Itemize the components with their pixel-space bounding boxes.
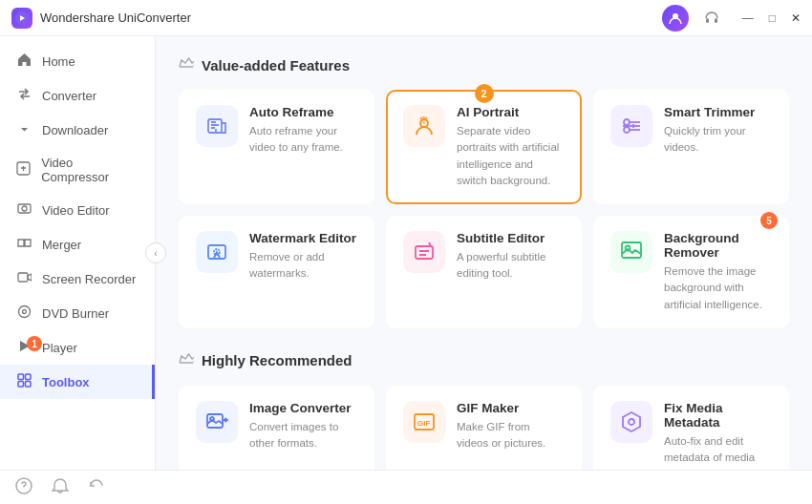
sidebar-item-converter[interactable]: Converter bbox=[0, 78, 155, 113]
editor-icon bbox=[15, 201, 32, 219]
svg-point-7 bbox=[22, 206, 27, 211]
compressor-icon bbox=[15, 161, 32, 178]
svg-rect-15 bbox=[25, 382, 31, 388]
auto-reframe-icon-wrap bbox=[196, 105, 238, 147]
svg-rect-8 bbox=[18, 273, 28, 282]
smart-trimmer-icon-wrap bbox=[610, 105, 652, 147]
svg-rect-27 bbox=[622, 242, 641, 258]
title-bar: Wondershare UniConverter — □ ✕ bbox=[0, 0, 812, 36]
svg-rect-12 bbox=[18, 374, 24, 380]
home-icon bbox=[15, 52, 32, 70]
svg-point-20 bbox=[624, 127, 630, 133]
svg-text:GIF: GIF bbox=[417, 419, 430, 428]
sidebar-collapse-button[interactable]: ‹ bbox=[145, 242, 166, 263]
background-remover-icon-wrap bbox=[610, 231, 652, 273]
notification-icon[interactable] bbox=[52, 477, 69, 498]
svg-point-21 bbox=[624, 119, 630, 125]
app-logo bbox=[11, 8, 32, 29]
svg-rect-4 bbox=[715, 18, 717, 23]
sidebar-item-player[interactable]: Player 1 bbox=[0, 330, 155, 365]
value-added-cards: Auto Reframe Auto reframe your video to … bbox=[179, 90, 789, 328]
title-bar-controls: — □ ✕ bbox=[662, 5, 801, 32]
image-converter-icon-wrap bbox=[196, 401, 238, 443]
crown-icon bbox=[179, 55, 194, 74]
card-image-converter[interactable]: Image Converter Convert images to other … bbox=[179, 386, 374, 470]
maximize-button[interactable]: □ bbox=[769, 12, 776, 24]
fix-media-metadata-icon-wrap bbox=[610, 401, 652, 443]
headset-icon[interactable] bbox=[698, 5, 725, 32]
svg-point-9 bbox=[18, 306, 30, 318]
dvd-icon bbox=[15, 304, 32, 322]
card-auto-reframe[interactable]: Auto Reframe Auto reframe your video to … bbox=[179, 90, 374, 204]
converter-icon bbox=[15, 87, 32, 104]
watermark-editor-icon-wrap bbox=[196, 231, 238, 273]
window-controls: — □ ✕ bbox=[742, 12, 801, 24]
card-watermark-editor[interactable]: Watermark Editor Remove or add watermark… bbox=[179, 216, 374, 328]
value-added-section-title: Value-added Features bbox=[179, 55, 789, 74]
svg-marker-33 bbox=[623, 412, 640, 431]
card-gif-maker[interactable]: GIF GIF Maker Make GIF from videos or pi… bbox=[386, 386, 582, 470]
toolbox-icon bbox=[15, 373, 32, 390]
recommended-cards: Image Converter Convert images to other … bbox=[179, 386, 789, 470]
sidebar-item-video-compressor[interactable]: Video Compressor bbox=[0, 147, 155, 193]
svg-rect-26 bbox=[416, 246, 433, 259]
crown-icon-2 bbox=[179, 351, 194, 370]
recorder-icon bbox=[15, 270, 32, 287]
ai-portrait-icon-wrap: AI bbox=[403, 105, 445, 147]
minimize-button[interactable]: — bbox=[742, 12, 754, 24]
card-smart-trimmer[interactable]: Smart Trimmer Quickly trim your videos. bbox=[593, 90, 789, 204]
background-remover-badge: 5 bbox=[760, 212, 778, 229]
refresh-icon[interactable] bbox=[88, 477, 105, 498]
card-fix-media-metadata[interactable]: Fix Media Metadata Auto-fix and edit met… bbox=[593, 386, 789, 470]
card-subtitle-editor[interactable]: Subtitle Editor A powerful subtitle edit… bbox=[386, 216, 582, 328]
svg-rect-16 bbox=[208, 119, 222, 133]
merger-icon bbox=[15, 236, 32, 253]
help-icon[interactable] bbox=[15, 477, 32, 498]
sidebar-item-dvd-burner[interactable]: DVD Burner bbox=[0, 296, 155, 330]
highly-recommended-section-title: Highly Recommended bbox=[179, 351, 789, 370]
card-ai-portrait[interactable]: 2 AI AI Portrait Separate video portrait… bbox=[386, 90, 582, 204]
sidebar-item-screen-recorder[interactable]: Screen Recorder bbox=[0, 262, 155, 296]
sidebar-item-toolbox[interactable]: Toolbox bbox=[0, 365, 155, 399]
user-avatar[interactable] bbox=[662, 5, 689, 32]
svg-text:AI: AI bbox=[421, 119, 426, 125]
step-badge-2: 2 bbox=[475, 84, 494, 103]
sidebar-item-downloader[interactable]: Downloader bbox=[0, 113, 155, 147]
card-background-remover[interactable]: 5 Background Remover Remove the image ba… bbox=[593, 216, 789, 328]
svg-point-10 bbox=[22, 310, 26, 314]
app-title: Wondershare UniConverter bbox=[40, 10, 662, 25]
subtitle-editor-icon-wrap bbox=[403, 231, 445, 273]
downloader-icon bbox=[15, 121, 32, 138]
bottom-bar bbox=[0, 470, 812, 504]
svg-point-34 bbox=[629, 419, 634, 425]
sidebar-item-merger[interactable]: Merger bbox=[0, 227, 155, 262]
close-button[interactable]: ✕ bbox=[791, 12, 801, 24]
main-layout: Home Converter Downloader Video Compress… bbox=[0, 36, 812, 470]
gif-maker-icon-wrap: GIF bbox=[403, 401, 445, 443]
svg-rect-13 bbox=[25, 374, 31, 380]
content-area: Value-added Features Auto Reframe Auto r… bbox=[156, 36, 812, 470]
svg-rect-14 bbox=[18, 382, 24, 388]
sidebar: Home Converter Downloader Video Compress… bbox=[0, 36, 156, 470]
sidebar-item-home[interactable]: Home bbox=[0, 44, 155, 78]
player-badge: 1 bbox=[27, 336, 42, 351]
sidebar-item-video-editor[interactable]: Video Editor bbox=[0, 193, 155, 227]
svg-rect-3 bbox=[706, 18, 709, 23]
